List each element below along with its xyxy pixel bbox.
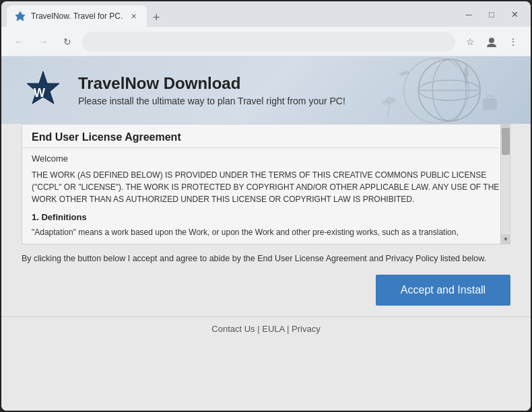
- svg-point-2: [418, 59, 480, 121]
- main-area: End User License Agreement Welcome THE W…: [1, 124, 531, 316]
- page-title: TravelNow Download: [78, 74, 345, 93]
- svg-point-1: [489, 38, 494, 43]
- menu-icon[interactable]: ⋮: [504, 32, 523, 51]
- eula-section-title: 1. Definitions: [32, 212, 500, 222]
- travelnow-logo: W: [22, 69, 65, 112]
- browser-window: TravelNow. Travel for PC. ✕ + ─ □ ✕ ← → …: [1, 1, 531, 411]
- active-tab[interactable]: TravelNow. Travel for PC. ✕: [7, 5, 147, 27]
- svg-text:W: W: [34, 86, 45, 100]
- eula-body-text: THE WORK (AS DEFINED BELOW) IS PROVIDED …: [32, 169, 500, 205]
- accept-install-button[interactable]: Accept and Install: [376, 275, 510, 306]
- page-content: W TravelNow Download Please install the …: [1, 57, 531, 411]
- svg-marker-6: [465, 62, 469, 84]
- window-controls: ─ □ ✕: [458, 5, 525, 24]
- eula-body: Welcome THE WORK (AS DEFINED BELOW) IS P…: [22, 148, 510, 244]
- svg-point-5: [418, 80, 480, 100]
- address-bar: ← → ↻ ☆ ⋮: [1, 27, 531, 57]
- back-button[interactable]: ←: [9, 32, 28, 51]
- eula-box: End User License Agreement Welcome THE W…: [22, 124, 510, 244]
- title-bar: TravelNow. Travel for PC. ✕ + ─ □ ✕: [1, 1, 531, 27]
- scrollbar-thumb[interactable]: [502, 128, 510, 155]
- svg-marker-0: [15, 11, 25, 21]
- logo-container: W: [22, 69, 65, 112]
- svg-rect-9: [488, 96, 493, 100]
- svg-rect-8: [483, 99, 497, 110]
- tab-favicon: [15, 11, 26, 22]
- minimize-button[interactable]: ─: [458, 5, 479, 24]
- address-right-icons: ☆ ⋮: [461, 32, 523, 51]
- address-input[interactable]: [82, 32, 455, 52]
- header-text: TravelNow Download Please install the ul…: [78, 74, 345, 106]
- button-row: Accept and Install: [22, 275, 510, 306]
- close-button[interactable]: ✕: [504, 5, 525, 24]
- eula-welcome: Welcome: [32, 153, 500, 164]
- eula-definition: "Adaptation" means a work based upon the…: [32, 226, 500, 238]
- svg-point-3: [432, 59, 466, 121]
- contact-us-link[interactable]: Contact Us: [211, 324, 255, 334]
- privacy-link[interactable]: Privacy: [292, 324, 321, 334]
- tab-title: TravelNow. Travel for PC.: [31, 11, 123, 21]
- svg-point-12: [381, 100, 390, 105]
- tab-area: TravelNow. Travel for PC. ✕ +: [7, 1, 455, 27]
- maximize-button[interactable]: □: [481, 5, 502, 24]
- footer: Contact Us | EULA | Privacy: [1, 316, 531, 341]
- scrollbar-down[interactable]: ▼: [501, 234, 510, 244]
- page-subtitle: Please install the ultimate way to plan …: [78, 96, 345, 106]
- eula-link[interactable]: EULA: [262, 324, 284, 334]
- tab-close-button[interactable]: ✕: [128, 11, 139, 22]
- travel-background: [295, 57, 531, 124]
- svg-line-10: [388, 102, 391, 118]
- svg-marker-7: [463, 62, 467, 76]
- reload-button[interactable]: ↻: [58, 32, 77, 51]
- header-banner: W TravelNow Download Please install the …: [1, 57, 531, 124]
- eula-scrollbar[interactable]: ▲ ▼: [500, 125, 510, 244]
- svg-point-11: [385, 97, 396, 104]
- forward-button[interactable]: →: [34, 32, 53, 51]
- profile-icon[interactable]: [482, 32, 501, 51]
- eula-header: End User License Agreement: [22, 125, 510, 148]
- agreement-text: By clicking the button below I accept an…: [22, 252, 510, 265]
- footer-eula[interactable]: EULA: [262, 324, 284, 334]
- bookmark-icon[interactable]: ☆: [461, 32, 479, 51]
- user-svg: [486, 36, 498, 48]
- footer-contact[interactable]: Contact Us: [211, 324, 255, 334]
- new-tab-button[interactable]: +: [147, 8, 166, 27]
- footer-privacy[interactable]: Privacy: [292, 324, 321, 334]
- eula-title: End User License Agreement: [32, 131, 500, 143]
